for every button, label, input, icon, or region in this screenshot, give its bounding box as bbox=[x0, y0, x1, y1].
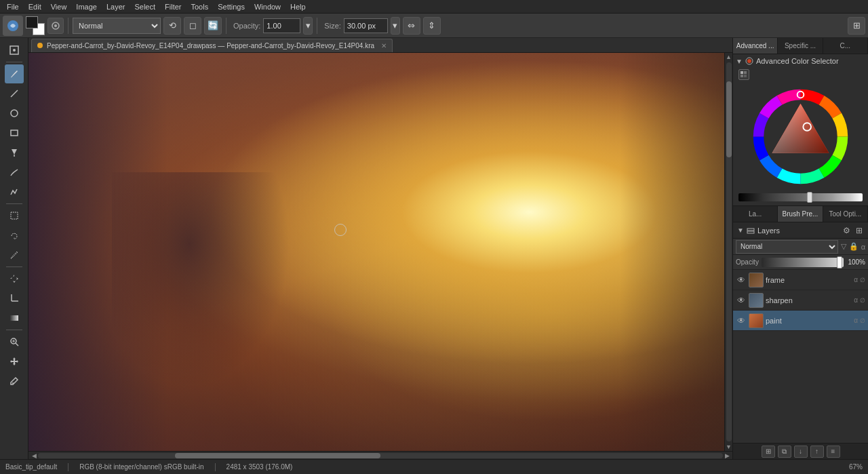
layers-toolbar: ⊞ ⧉ ↓ ↑ ≡ bbox=[733, 443, 868, 459]
float-panel-btn[interactable]: ⊞ bbox=[848, 17, 865, 35]
layer-down-btn[interactable]: ↓ bbox=[794, 446, 808, 458]
size-input[interactable] bbox=[344, 18, 388, 33]
layer-lock-paint[interactable]: α bbox=[854, 317, 858, 324]
opacity-slider-thumb[interactable] bbox=[837, 256, 842, 269]
tool-ellipse[interactable] bbox=[5, 104, 24, 123]
menu-edit[interactable]: Edit bbox=[24, 1, 45, 12]
h-scroll-thumb[interactable] bbox=[175, 453, 380, 458]
tool-select-rect[interactable] bbox=[5, 206, 24, 225]
tool-pan[interactable] bbox=[5, 352, 24, 371]
opacity-input[interactable] bbox=[263, 18, 300, 33]
right-dark bbox=[620, 53, 724, 451]
menu-layer[interactable]: Layer bbox=[102, 1, 130, 12]
menu-settings[interactable]: Settings bbox=[214, 1, 249, 12]
color-slider-thumb[interactable] bbox=[807, 192, 812, 203]
mirror-v-btn[interactable]: ⇕ bbox=[423, 17, 441, 35]
dimensions: 2481 x 3503 (176.0M) bbox=[226, 463, 293, 471]
opacity-label: Opacity: bbox=[233, 22, 260, 30]
opacity-row: Opacity 100% bbox=[733, 255, 868, 270]
layers-settings-btn[interactable]: ⚙ bbox=[842, 225, 852, 236]
color-gradient-slider[interactable] bbox=[738, 193, 863, 201]
layer-filter-btn[interactable]: ▽ bbox=[841, 242, 846, 251]
scroll-left-btn[interactable]: ◀ bbox=[30, 452, 38, 460]
layer-copy-btn[interactable]: ⧉ bbox=[778, 446, 791, 458]
tool-zoom[interactable] bbox=[5, 332, 24, 351]
v-scroll-track[interactable] bbox=[726, 62, 732, 441]
collapse-arrow-icon[interactable]: ▼ bbox=[736, 58, 743, 65]
tool-move[interactable] bbox=[5, 269, 24, 288]
layer-vis-paint[interactable]: 👁 bbox=[736, 315, 747, 326]
layer-vis-frame[interactable]: 👁 bbox=[736, 275, 747, 285]
document-tab[interactable]: Pepper-and-Carrot_by-David-Revoy_E14P04_… bbox=[31, 39, 393, 52]
subtab-tool[interactable]: Tool Opti... bbox=[823, 206, 868, 222]
layer-alpha-paint[interactable]: ∅ bbox=[860, 317, 865, 324]
menu-help[interactable]: Help bbox=[286, 1, 310, 12]
tool-contiguous-select[interactable] bbox=[5, 245, 24, 264]
layer-settings-btn[interactable]: ≡ bbox=[827, 446, 840, 458]
close-tab-btn[interactable]: ✕ bbox=[381, 42, 387, 50]
h-scroll-track[interactable] bbox=[38, 453, 723, 458]
layer-row-paint[interactable]: 👁 paint α ∅ bbox=[733, 311, 868, 331]
tool-eyedropper[interactable] bbox=[5, 372, 24, 391]
mirror-h-btn[interactable]: ⇔ bbox=[403, 17, 420, 35]
palette-grid-btn[interactable] bbox=[738, 69, 749, 80]
tab-c[interactable]: C... bbox=[823, 38, 868, 54]
scroll-up-btn[interactable]: ▲ bbox=[725, 53, 733, 61]
scroll-down-btn[interactable]: ▼ bbox=[725, 443, 733, 451]
menu-select[interactable]: Select bbox=[130, 1, 159, 12]
tool-brush[interactable] bbox=[5, 64, 24, 83]
canvas-area[interactable] bbox=[28, 53, 724, 451]
layer-grid-btn[interactable]: ⊞ bbox=[762, 446, 775, 458]
menu-window[interactable]: Window bbox=[250, 1, 285, 12]
layer-thumb-paint bbox=[749, 313, 764, 328]
brush-presets-btn[interactable] bbox=[47, 18, 64, 34]
layer-up-btn[interactable]: ↑ bbox=[810, 446, 824, 458]
tab-advanced[interactable]: Advanced ... bbox=[733, 38, 778, 54]
h-scrollbar[interactable]: ◀ ▶ bbox=[28, 451, 732, 459]
color-wheel-svg[interactable] bbox=[748, 84, 853, 189]
menu-view[interactable]: View bbox=[47, 1, 71, 12]
layer-lock-btn[interactable]: 🔒 bbox=[849, 242, 859, 251]
alpha-lock-btn[interactable]: 🔄 bbox=[204, 17, 222, 35]
layer-thumb-frame bbox=[749, 273, 764, 288]
scroll-right-btn[interactable]: ▶ bbox=[723, 452, 731, 460]
subtab-layers[interactable]: La... bbox=[733, 206, 778, 222]
tool-freehand[interactable] bbox=[5, 163, 24, 182]
tool-calligraphy[interactable] bbox=[5, 182, 24, 201]
layer-vis-sharpen[interactable]: 👁 bbox=[736, 295, 747, 306]
v-scrollbar[interactable]: ▲ ▼ bbox=[724, 53, 732, 451]
layer-alpha-btn[interactable]: α bbox=[861, 243, 865, 251]
menu-file[interactable]: File bbox=[3, 1, 23, 12]
svg-rect-20 bbox=[741, 71, 743, 74]
subtab-brush[interactable]: Brush Pre... bbox=[778, 206, 823, 222]
eraser-mode-btn[interactable]: ◻ bbox=[184, 17, 201, 35]
layer-lock-sharpen[interactable]: α bbox=[854, 296, 858, 304]
brush-mode-select[interactable]: Normal Multiply Screen Overlay bbox=[73, 18, 161, 34]
color-wheel-container[interactable] bbox=[736, 81, 865, 192]
tool-transform[interactable] bbox=[5, 41, 24, 60]
layer-alpha-sharpen[interactable]: ∅ bbox=[860, 297, 865, 304]
tool-fill[interactable] bbox=[5, 143, 24, 162]
layer-lock-frame[interactable]: α bbox=[854, 276, 858, 283]
tool-crop[interactable] bbox=[5, 289, 24, 308]
layer-row-frame[interactable]: 👁 frame α ∅ bbox=[733, 270, 868, 290]
layers-float-btn[interactable]: ⊞ bbox=[854, 225, 864, 236]
layer-row-sharpen[interactable]: 👁 sharpen α ∅ bbox=[733, 290, 868, 311]
menu-tools[interactable]: Tools bbox=[187, 1, 213, 12]
opacity-slider-btn[interactable]: ▾ bbox=[303, 17, 313, 35]
tool-select-freehand[interactable] bbox=[5, 226, 24, 245]
tool-line[interactable] bbox=[5, 84, 24, 103]
v-scroll-thumb[interactable] bbox=[726, 81, 732, 157]
layers-blend-select[interactable]: Normal Multiply Screen bbox=[736, 240, 838, 254]
toolbar: Normal Multiply Screen Overlay ⟲ ◻ 🔄 Opa… bbox=[0, 14, 868, 38]
size-slider-btn[interactable]: ▾ bbox=[391, 17, 400, 35]
layer-alpha-frame[interactable]: ∅ bbox=[860, 277, 865, 283]
tab-specific[interactable]: Specific ... bbox=[778, 38, 823, 54]
replace-mode-btn[interactable]: ⟲ bbox=[163, 17, 181, 35]
color-swatches[interactable] bbox=[26, 16, 45, 35]
menu-filter[interactable]: Filter bbox=[161, 1, 185, 12]
tool-rect[interactable] bbox=[5, 123, 24, 142]
opacity-slider[interactable] bbox=[762, 258, 844, 267]
menu-image[interactable]: Image bbox=[72, 1, 101, 12]
tool-gradient[interactable] bbox=[5, 309, 24, 328]
